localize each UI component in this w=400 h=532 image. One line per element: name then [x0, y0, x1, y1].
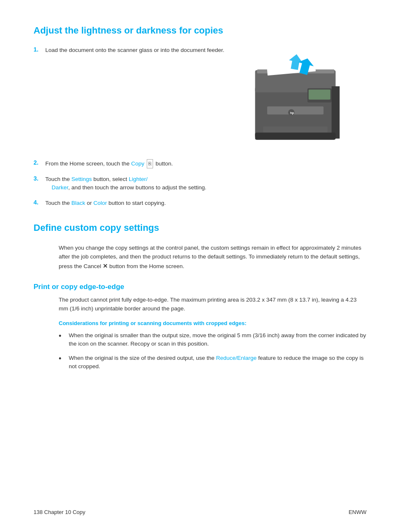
step-4-number: 4.: [34, 199, 45, 206]
black-link[interactable]: Black: [71, 200, 85, 206]
printer-image: hp: [241, 46, 358, 151]
bullet-dot-2: •: [59, 353, 69, 364]
lighter-darker-link[interactable]: Lighter/ Darker: [45, 176, 148, 191]
section3-body-text: The product cannot print fully edge-to-e…: [34, 295, 366, 313]
footer-left: 138 Chapter 10 Copy: [34, 509, 86, 515]
section3-title: Print or copy edge-to-edge: [34, 283, 366, 291]
svg-text:hp: hp: [290, 111, 294, 115]
bullet-list: • When the original is smaller than the …: [59, 331, 366, 371]
step-1-text: Load the document onto the scanner glass…: [45, 46, 224, 54]
step-2-number: 2.: [34, 159, 45, 166]
svg-rect-6: [263, 127, 328, 132]
step-1-number: 1.: [34, 46, 45, 53]
cropped-edges-subtitle: Considerations for printing or scanning …: [59, 320, 366, 326]
step-4-text: Touch the Black or Color button to start…: [45, 199, 166, 207]
step-3-number: 3.: [34, 175, 45, 182]
steps-2-4: 2. From the Home screen, touch the Copy …: [34, 159, 366, 207]
settings-link[interactable]: Settings: [71, 176, 92, 182]
svg-rect-3: [267, 106, 323, 114]
section2: Define custom copy settings When you cha…: [34, 222, 366, 271]
section3: Print or copy edge-to-edge The product c…: [34, 283, 366, 371]
step-2: 2. From the Home screen, touch the Copy …: [34, 159, 366, 168]
color-link[interactable]: Color: [94, 200, 107, 206]
bullet-dot-1: •: [59, 331, 69, 342]
section2-body: When you change the copy settings at the…: [34, 243, 366, 271]
footer-right: ENWW: [348, 509, 366, 515]
section1-title: Adjust the lightness or darkness for cop…: [34, 25, 366, 36]
bullet-item-1: • When the original is smaller than the …: [59, 331, 366, 349]
svg-rect-5: [309, 90, 330, 100]
svg-rect-7: [332, 86, 340, 139]
reduce-enlarge-link[interactable]: Reduce/Enlarge: [216, 355, 257, 361]
bullet-1-text: When the original is smaller than the ou…: [69, 331, 366, 349]
step-1: 1. Load the document onto the scanner gl…: [34, 46, 232, 54]
bullet-item-2: • When the original is the size of the d…: [59, 354, 366, 371]
cancel-icon: ✕: [103, 261, 108, 271]
step-4: 4. Touch the Black or Color button to st…: [34, 199, 366, 207]
footer: 138 Chapter 10 Copy ENWW: [34, 509, 366, 515]
copy-icon: ⎘: [147, 159, 153, 168]
bullet-2-text: When the original is the size of the des…: [69, 354, 366, 371]
step-3-text: Touch the Settings button, select Lighte…: [45, 175, 206, 192]
section3-sub: Considerations for printing or scanning …: [34, 320, 366, 371]
svg-rect-13: [255, 132, 335, 139]
step-3: 3. Touch the Settings button, select Lig…: [34, 175, 366, 192]
copy-link[interactable]: Copy: [131, 160, 145, 167]
step-2-text: From the Home screen, touch the Copy ⎘ b…: [45, 159, 173, 168]
section2-title: Define custom copy settings: [34, 222, 366, 233]
